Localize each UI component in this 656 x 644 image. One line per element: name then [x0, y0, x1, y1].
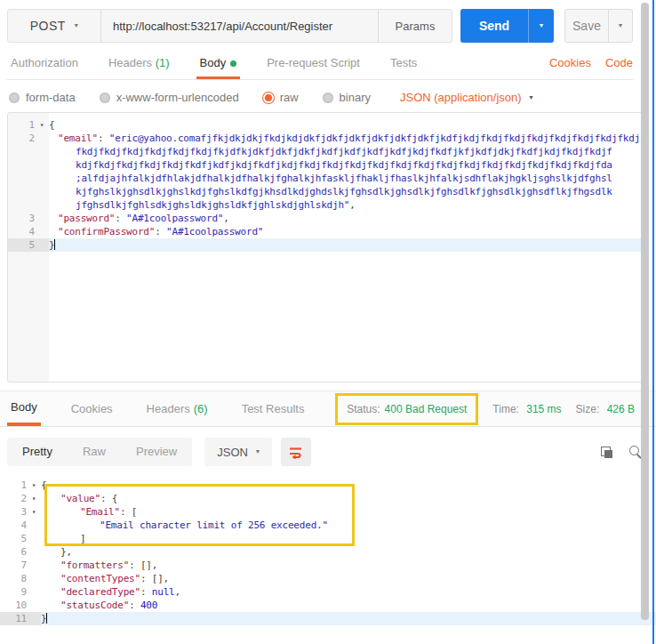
- fold-caret-icon[interactable]: ▾: [35, 118, 49, 132]
- wrap-text-button[interactable]: [281, 438, 311, 466]
- code-line: 5]: [0, 532, 656, 545]
- radio-form-data[interactable]: form-data: [9, 91, 76, 104]
- search-icon[interactable]: [629, 446, 642, 458]
- line-number: 11: [0, 612, 27, 625]
- response-body-editor[interactable]: 1▾{2▾"value": {3▾"Email": [4"Email chara…: [0, 475, 656, 625]
- chevron-down-icon: ▾: [619, 22, 622, 29]
- format-dropdown[interactable]: JSON ▾: [204, 438, 272, 466]
- line-number: 1: [8, 118, 35, 132]
- request-tabs: Authorization Headers (1) Body Pre-reque…: [7, 56, 633, 80]
- line-number: [8, 145, 35, 158]
- code-line: 1▾{: [8, 118, 648, 132]
- text-cursor: [54, 239, 55, 250]
- line-gutter: 4: [8, 225, 49, 238]
- fold-gutter-space: [35, 145, 49, 158]
- code-text: "confirmPassword": "A#1coolpassword": [49, 225, 648, 238]
- save-options-button[interactable]: ▾: [608, 10, 632, 42]
- line-number: 10: [0, 599, 27, 612]
- window-edge-line: [652, 0, 654, 644]
- url-value: http://localhost:53217/api/Account/Regis…: [113, 20, 332, 33]
- send-button[interactable]: Send: [460, 9, 528, 43]
- response-tab-body[interactable]: Body: [7, 391, 41, 426]
- code-line: 3"password": "A#1coolpassword",: [8, 212, 648, 225]
- vertical-scrollbar[interactable]: [641, 3, 649, 620]
- send-options-button[interactable]: ▾: [528, 9, 554, 43]
- line-gutter: [8, 158, 49, 172]
- radio-icon: [100, 93, 110, 103]
- fold-caret-icon[interactable]: ▾: [27, 505, 41, 519]
- radio-x-www-form-urlencoded[interactable]: x-www-form-urlencoded: [100, 91, 239, 104]
- tab-headers[interactable]: Headers (1): [105, 56, 173, 79]
- line-number: [8, 158, 35, 172]
- code-line: 3▾"Email": [: [0, 505, 656, 519]
- code-text: kjfghslkjghsdlkjghslkdjfghslkdfgjkhsdlkd…: [49, 185, 648, 198]
- code-line: jfghsdlkjfghlsdkjghsldkjghsldkfjghlskdjg…: [8, 198, 648, 212]
- time-meta: Time: 315 ms: [492, 403, 561, 415]
- response-header: Body Cookies Headers (6) Test Results St…: [0, 390, 656, 427]
- params-button[interactable]: Params: [378, 10, 452, 42]
- toolbar-right-icons: [601, 446, 642, 458]
- code-text: "contentTypes": [],: [41, 572, 656, 585]
- tab-tests[interactable]: Tests: [387, 56, 420, 79]
- view-preview[interactable]: Preview: [121, 438, 192, 466]
- code-line: 5}: [8, 238, 648, 252]
- fold-gutter-space: [35, 198, 49, 212]
- code-text: kdjfkdjfkdjfkdjfkdjfkdfjkdfjkdjfkdfjkdjf…: [49, 158, 648, 172]
- save-button[interactable]: Save: [565, 10, 608, 42]
- line-number: [8, 185, 35, 198]
- code-line: 2"email": "eric@yahoo.comafjfkjdkjdkjfkd…: [8, 132, 648, 145]
- request-body-editor[interactable]: 1▾{2"email": "eric@yahoo.comafjfkjdkjdkj…: [7, 112, 649, 382]
- radio-binary[interactable]: binary: [323, 91, 371, 104]
- tab-body[interactable]: Body: [196, 56, 241, 79]
- code-line: 1▾{: [0, 479, 656, 492]
- response-tab-cookies[interactable]: Cookies: [68, 391, 116, 426]
- url-input[interactable]: http://localhost:53217/api/Account/Regis…: [101, 10, 378, 42]
- fold-caret-icon[interactable]: ▾: [27, 492, 41, 505]
- line-number: 6: [0, 545, 27, 559]
- code-link[interactable]: Code: [605, 56, 633, 79]
- code-line: 4"confirmPassword": "A#1coolpassword": [8, 225, 648, 238]
- radio-raw[interactable]: raw: [263, 91, 299, 104]
- tab-authorization[interactable]: Authorization: [7, 56, 82, 79]
- response-headers-count-badge: (6): [194, 402, 208, 415]
- line-gutter: 7: [0, 559, 41, 572]
- fold-gutter-space: [27, 545, 41, 559]
- chevron-down-icon: ▾: [540, 22, 543, 29]
- status-label: Status:: [347, 403, 380, 415]
- status-annotation-box: Status: 400 Bad Request: [335, 393, 478, 425]
- cookies-link[interactable]: Cookies: [549, 56, 591, 79]
- code-line: ;alfdjajhfalkjdfhlakjdfhalkjdfhalkjfghal…: [8, 172, 648, 185]
- code-line: 11}: [0, 612, 656, 625]
- response-tab-headers[interactable]: Headers (6): [143, 391, 212, 426]
- view-raw[interactable]: Raw: [68, 438, 121, 466]
- fold-caret-icon[interactable]: ▾: [27, 479, 41, 492]
- code-text: fkdjfkdjfkdjfkdjfkdjfkdjfkjdfkjdkfjdkfjd…: [49, 145, 648, 158]
- view-pretty[interactable]: Pretty: [7, 438, 68, 466]
- code-text: "email": "eric@yahoo.comafjfkjdkjdkjfkdj…: [49, 132, 648, 145]
- line-number: 7: [0, 559, 27, 572]
- method-dropdown[interactable]: POST ▾: [8, 10, 101, 42]
- code-text: {: [49, 118, 648, 132]
- body-active-dot-icon: [230, 60, 236, 67]
- copy-icon[interactable]: [601, 447, 612, 458]
- line-gutter: [8, 198, 49, 212]
- code-text: "statusCode": 400: [41, 599, 656, 612]
- line-gutter: 1▾: [8, 118, 49, 132]
- radio-icon: [9, 93, 20, 103]
- response-meta: Status: 400 Bad Request Time: 315 ms Siz…: [335, 403, 635, 415]
- code-line: 2▾"value": {: [0, 492, 656, 505]
- code-text: ;alfdjajhfalkjdfhlakjdfhalkjdfhalkjfghal…: [49, 172, 648, 185]
- fold-gutter-space: [35, 212, 49, 225]
- fold-gutter-space: [27, 519, 41, 532]
- line-gutter: 2▾: [0, 492, 41, 505]
- content-type-dropdown[interactable]: JSON (application/json) ▾: [400, 91, 533, 104]
- line-gutter: 3: [8, 212, 49, 225]
- response-tab-test-results[interactable]: Test Results: [238, 391, 308, 426]
- code-text: }: [49, 238, 648, 252]
- code-line: 8"contentTypes": [],: [0, 572, 656, 585]
- fold-gutter-space: [35, 132, 49, 145]
- tab-pre-request-script[interactable]: Pre-request Script: [263, 56, 364, 79]
- line-gutter: 10: [0, 599, 41, 612]
- code-text: ]: [41, 532, 656, 545]
- chevron-down-icon: ▾: [530, 94, 533, 101]
